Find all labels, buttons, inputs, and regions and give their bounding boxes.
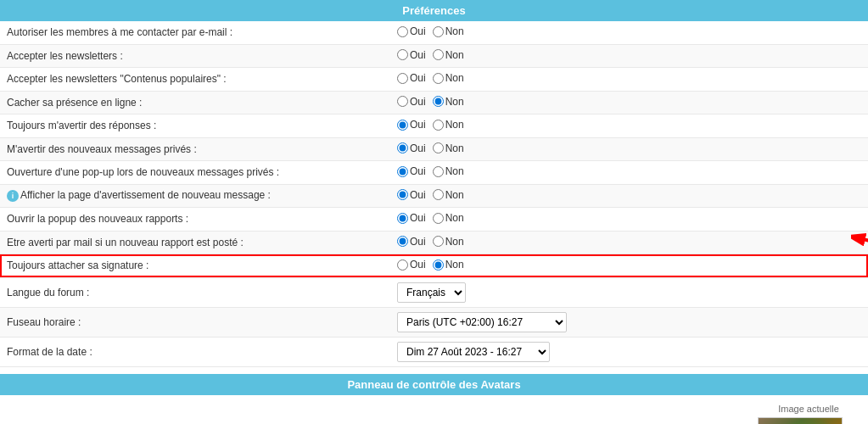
radio-group-accept_newsletter_popular: Oui Non bbox=[397, 72, 469, 84]
fuseau-label: Fuseau horaire : bbox=[0, 307, 390, 337]
langue-label: Langue du forum : bbox=[0, 277, 390, 307]
avatars-section: Panneau de contrôle des Avatars Affiche … bbox=[0, 374, 868, 425]
oui-radio-notify_report_mail[interactable] bbox=[397, 236, 408, 247]
preferences-header: Préférences bbox=[0, 0, 868, 21]
preferences-section: Préférences Autoriser les membres à me c… bbox=[0, 0, 868, 367]
non-radio-warning_page[interactable] bbox=[433, 189, 444, 200]
pref-options-open_popup_reports: Oui Non bbox=[390, 208, 868, 232]
non-label-open_popup_reports[interactable]: Non bbox=[433, 212, 464, 224]
pref-label-notify_pm: M'avertir des nouveaux messages privés : bbox=[0, 137, 390, 161]
date-format-select[interactable]: Dim 27 Août 2023 - 16:27 bbox=[397, 342, 550, 362]
pref-label-accept_newsletter_popular: Accepter les newsletters "Contenus popul… bbox=[0, 68, 390, 92]
pref-label-popup_pm: Ouverture d'une pop-up lors de nouveaux … bbox=[0, 161, 390, 185]
radio-group-notify_replies: Oui Non bbox=[397, 119, 469, 131]
non-radio-notify_pm[interactable] bbox=[433, 142, 444, 153]
info-icon-warning_page: i bbox=[7, 190, 19, 202]
oui-label-warning_page[interactable]: Oui bbox=[397, 189, 426, 201]
date-format-row: Format de la date : Dim 27 Août 2023 - 1… bbox=[0, 337, 868, 366]
oui-radio-popup_pm[interactable] bbox=[397, 166, 408, 177]
avatars-header: Panneau de contrôle des Avatars bbox=[0, 374, 868, 395]
non-label-accept_newsletter_popular[interactable]: Non bbox=[433, 72, 464, 84]
avatar-image bbox=[758, 417, 843, 425]
non-label-allow_contact[interactable]: Non bbox=[433, 25, 464, 37]
oui-radio-attach_signature[interactable] bbox=[397, 259, 408, 271]
pref-row-notify_report_mail: Etre averti par mail si un nouveau rappo… bbox=[0, 231, 868, 254]
non-radio-accept_newsletter_popular[interactable] bbox=[433, 73, 444, 84]
pref-label-attach_signature: Toujours attacher sa signature : bbox=[0, 254, 390, 278]
pref-label-hide_online: Cacher sa présence en ligne : bbox=[0, 91, 390, 114]
pref-options-attach_signature: Oui Non bbox=[390, 254, 868, 278]
avatar-current-label: Image actuelle bbox=[758, 404, 860, 414]
preferences-table: Autoriser les membres à me contacter par… bbox=[0, 21, 868, 367]
oui-label-notify_replies[interactable]: Oui bbox=[397, 119, 426, 131]
pref-label-notify_report_mail: Etre averti par mail si un nouveau rappo… bbox=[0, 231, 390, 254]
pref-label-open_popup_reports: Ouvrir la popup des nouveaux rapports : bbox=[0, 208, 390, 232]
fuseau-select[interactable]: Paris (UTC +02:00) 16:27 bbox=[397, 312, 567, 332]
radio-group-attach_signature: Oui Non bbox=[397, 259, 469, 271]
avatars-description: Affiche une petite image au-dessous de v… bbox=[8, 404, 749, 425]
non-label-warning_page[interactable]: Non bbox=[433, 189, 464, 201]
non-radio-attach_signature[interactable] bbox=[433, 259, 444, 271]
non-radio-allow_contact[interactable] bbox=[433, 26, 444, 37]
non-label-notify_replies[interactable]: Non bbox=[433, 119, 464, 131]
oui-label-notify_pm[interactable]: Oui bbox=[397, 142, 426, 154]
oui-label-accept_newsletter[interactable]: Oui bbox=[397, 49, 426, 61]
oui-radio-warning_page[interactable] bbox=[397, 189, 408, 200]
oui-radio-open_popup_reports[interactable] bbox=[397, 213, 408, 224]
oui-label-open_popup_reports[interactable]: Oui bbox=[397, 212, 426, 224]
pref-options-accept_newsletter: Oui Non bbox=[390, 44, 868, 68]
radio-group-warning_page: Oui Non bbox=[397, 189, 469, 201]
pref-row-hide_online: Cacher sa présence en ligne : Oui Non bbox=[0, 91, 868, 114]
pref-row-attach_signature: Toujours attacher sa signature : Oui Non bbox=[0, 254, 868, 278]
pref-row-allow_contact: Autoriser les membres à me contacter par… bbox=[0, 21, 868, 44]
pref-row-accept_newsletter: Accepter les newsletters : Oui Non bbox=[0, 44, 868, 68]
oui-label-notify_report_mail[interactable]: Oui bbox=[397, 236, 426, 248]
non-radio-open_popup_reports[interactable] bbox=[433, 213, 444, 224]
oui-radio-notify_replies[interactable] bbox=[397, 120, 408, 131]
radio-group-accept_newsletter: Oui Non bbox=[397, 49, 469, 61]
avatars-content: Affiche une petite image au-dessous de v… bbox=[0, 395, 868, 425]
radio-group-allow_contact: Oui Non bbox=[397, 25, 469, 37]
oui-radio-hide_online[interactable] bbox=[397, 96, 408, 107]
pref-label-allow_contact: Autoriser les membres à me contacter par… bbox=[0, 21, 390, 44]
langue-select[interactable]: Français bbox=[397, 282, 466, 303]
oui-radio-notify_pm[interactable] bbox=[397, 142, 408, 153]
pref-options-warning_page: Oui Non bbox=[390, 184, 868, 208]
oui-label-allow_contact[interactable]: Oui bbox=[397, 25, 426, 37]
non-label-accept_newsletter[interactable]: Non bbox=[433, 49, 464, 61]
non-label-attach_signature[interactable]: Non bbox=[433, 259, 464, 271]
radio-group-notify_report_mail: Oui Non bbox=[397, 236, 469, 248]
pref-label-warning_page: iAfficher la page d'avertissement de nou… bbox=[0, 184, 390, 208]
non-radio-hide_online[interactable] bbox=[433, 96, 444, 107]
avatars-title: Panneau de contrôle des Avatars bbox=[347, 378, 520, 391]
pref-row-open_popup_reports: Ouvrir la popup des nouveaux rapports : … bbox=[0, 208, 868, 232]
non-radio-notify_report_mail[interactable] bbox=[433, 236, 444, 247]
radio-group-popup_pm: Oui Non bbox=[397, 165, 469, 177]
non-label-notify_pm[interactable]: Non bbox=[433, 142, 464, 154]
oui-label-attach_signature[interactable]: Oui bbox=[397, 259, 426, 271]
pref-row-popup_pm: Ouverture d'une pop-up lors de nouveaux … bbox=[0, 161, 868, 185]
pref-options-hide_online: Oui Non bbox=[390, 91, 868, 114]
oui-radio-accept_newsletter[interactable] bbox=[397, 49, 408, 60]
non-radio-notify_replies[interactable] bbox=[433, 120, 444, 131]
pref-row-notify_pm: M'avertir des nouveaux messages privés :… bbox=[0, 137, 868, 161]
pref-options-notify_replies: Oui Non bbox=[390, 114, 868, 138]
oui-label-accept_newsletter_popular[interactable]: Oui bbox=[397, 72, 426, 84]
oui-label-popup_pm[interactable]: Oui bbox=[397, 165, 426, 177]
oui-radio-allow_contact[interactable] bbox=[397, 26, 408, 37]
preferences-title: Préférences bbox=[402, 4, 465, 17]
non-label-notify_report_mail[interactable]: Non bbox=[433, 236, 464, 248]
pref-options-accept_newsletter_popular: Oui Non bbox=[390, 68, 868, 92]
non-label-hide_online[interactable]: Non bbox=[433, 96, 464, 108]
pref-label-notify_replies: Toujours m'avertir des réponses : bbox=[0, 114, 390, 138]
non-radio-popup_pm[interactable] bbox=[433, 166, 444, 177]
non-radio-accept_newsletter[interactable] bbox=[433, 49, 444, 60]
pref-options-notify_report_mail: Oui Non bbox=[390, 231, 868, 254]
pref-options-popup_pm: Oui Non bbox=[390, 161, 868, 185]
pref-label-accept_newsletter: Accepter les newsletters : bbox=[0, 44, 390, 68]
oui-label-hide_online[interactable]: Oui bbox=[397, 96, 426, 108]
non-label-popup_pm[interactable]: Non bbox=[433, 165, 464, 177]
radio-group-hide_online: Oui Non bbox=[397, 96, 469, 108]
oui-radio-accept_newsletter_popular[interactable] bbox=[397, 73, 408, 84]
avatar-current-container: Image actuelle bbox=[758, 404, 860, 425]
